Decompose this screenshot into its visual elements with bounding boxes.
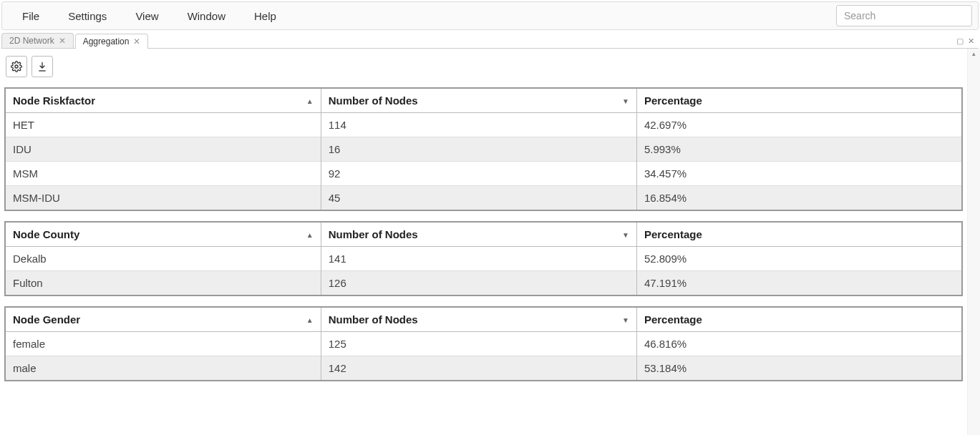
sort-desc-icon: ▼ [622, 97, 629, 104]
cell-count: 45 [321, 186, 636, 211]
cell-count: 126 [321, 271, 636, 296]
column-header-count[interactable]: Number of Nodes▼ [321, 88, 636, 113]
sort-asc-icon: ▲ [306, 230, 314, 238]
cell-percentage: 5.993% [636, 137, 962, 162]
download-button[interactable] [31, 56, 53, 77]
tab-label: Aggregation [83, 36, 130, 47]
cell-count: 114 [321, 113, 636, 137]
close-icon[interactable]: ✕ [59, 36, 66, 46]
table-row[interactable]: MSM9234.457% [5, 162, 962, 186]
cell-percentage: 42.697% [636, 113, 962, 137]
settings-button[interactable] [6, 56, 27, 77]
table-row[interactable]: male14253.184% [5, 356, 962, 381]
download-icon [37, 61, 48, 72]
tabbar: 2D Network ✕ Aggregation ✕ ▢ ✕ [1, 31, 979, 49]
cell-group: female [5, 332, 321, 356]
tab-label: 2D Network [9, 36, 54, 46]
cell-group: HET [5, 113, 321, 137]
cell-percentage: 34.457% [636, 162, 962, 186]
cell-count: 125 [321, 332, 636, 356]
sort-desc-icon: ▼ [622, 316, 629, 323]
content: Node Riskfactor▲Number of Nodes▼Percenta… [0, 49, 967, 435]
menu-settings[interactable]: Settings [62, 7, 112, 25]
tab-aggregation[interactable]: Aggregation ✕ [75, 34, 149, 49]
cell-percentage: 53.184% [636, 356, 962, 381]
menu-file[interactable]: File [16, 7, 45, 25]
table-row[interactable]: IDU165.993% [5, 137, 962, 162]
gear-icon [11, 61, 22, 72]
cell-count: 141 [321, 247, 636, 271]
cell-group: IDU [5, 137, 321, 162]
maximize-icon[interactable]: ▢ [956, 36, 964, 46]
cell-percentage: 52.809% [636, 247, 962, 271]
svg-point-0 [15, 65, 18, 68]
cell-count: 92 [321, 162, 636, 186]
cell-group: MSM [5, 162, 321, 186]
close-icon[interactable]: ✕ [133, 36, 140, 47]
toolbar [4, 56, 963, 77]
table-header-row: Node County▲Number of Nodes▼Percentage [5, 222, 962, 247]
cell-group: Fulton [5, 271, 321, 296]
scroll-up-icon[interactable]: ▴ [968, 50, 980, 57]
column-header-percentage[interactable]: Percentage [636, 222, 962, 247]
menu-window[interactable]: Window [182, 7, 231, 25]
cell-group: Dekalb [5, 247, 321, 271]
tab-2d-network[interactable]: 2D Network ✕ [1, 33, 74, 48]
menu-help[interactable]: Help [248, 7, 282, 25]
cell-count: 142 [321, 356, 636, 381]
cell-count: 16 [321, 137, 636, 162]
cell-group: male [5, 356, 321, 381]
table-row[interactable]: Fulton12647.191% [5, 271, 962, 296]
vertical-scrollbar[interactable]: ▴ [967, 49, 980, 435]
table-row[interactable]: HET11442.697% [5, 113, 962, 137]
menubar: File Settings View Window Help [1, 1, 979, 30]
aggregation-table: Node County▲Number of Nodes▼PercentageDe… [4, 221, 963, 296]
column-header-percentage[interactable]: Percentage [636, 307, 962, 332]
menu-view[interactable]: View [130, 7, 164, 25]
cell-group: MSM-IDU [5, 186, 321, 211]
column-header-count[interactable]: Number of Nodes▼ [321, 307, 636, 332]
sort-asc-icon: ▲ [306, 316, 314, 323]
table-header-row: Node Gender▲Number of Nodes▼Percentage [5, 307, 962, 332]
close-panel-icon[interactable]: ✕ [968, 36, 974, 46]
table-row[interactable]: Dekalb14152.809% [5, 247, 962, 271]
content-wrap: Node Riskfactor▲Number of Nodes▼Percenta… [0, 49, 980, 435]
column-header-group[interactable]: Node Gender▲ [5, 307, 321, 332]
sort-desc-icon: ▼ [622, 230, 629, 238]
column-header-count[interactable]: Number of Nodes▼ [321, 222, 636, 247]
table-row[interactable]: female12546.816% [5, 332, 962, 356]
search-input[interactable] [836, 5, 972, 26]
cell-percentage: 46.816% [636, 332, 962, 356]
tables-host: Node Riskfactor▲Number of Nodes▼Percenta… [4, 87, 963, 381]
column-header-group[interactable]: Node County▲ [5, 222, 321, 247]
menubar-items: File Settings View Window Help [8, 7, 282, 25]
column-header-group[interactable]: Node Riskfactor▲ [5, 88, 321, 113]
table-header-row: Node Riskfactor▲Number of Nodes▼Percenta… [5, 88, 962, 113]
cell-percentage: 16.854% [636, 186, 962, 211]
table-row[interactable]: MSM-IDU4516.854% [5, 186, 962, 211]
column-header-percentage[interactable]: Percentage [636, 88, 962, 113]
tabbar-controls: ▢ ✕ [956, 36, 979, 48]
aggregation-table: Node Riskfactor▲Number of Nodes▼Percenta… [4, 87, 963, 211]
cell-percentage: 47.191% [636, 271, 962, 296]
sort-asc-icon: ▲ [306, 97, 314, 104]
aggregation-table: Node Gender▲Number of Nodes▼Percentagefe… [4, 306, 963, 381]
search-wrap [836, 5, 972, 26]
